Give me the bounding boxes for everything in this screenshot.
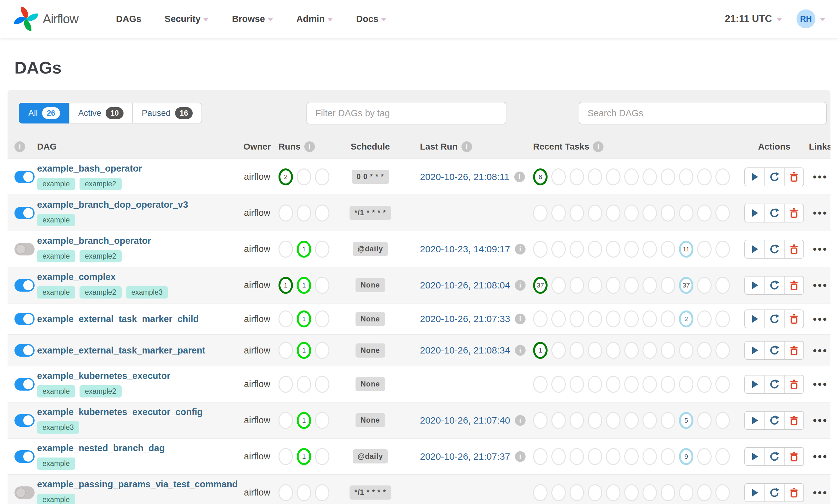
trigger-dag-button[interactable] bbox=[745, 204, 764, 222]
delete-dag-button[interactable] bbox=[784, 310, 803, 328]
pause-toggle[interactable] bbox=[15, 207, 35, 219]
links-menu[interactable]: ••• bbox=[813, 279, 828, 291]
last-run-link[interactable]: 2020-10-26, 21:08:04 bbox=[420, 280, 510, 291]
dag-link[interactable]: example_branch_operator bbox=[37, 236, 151, 246]
task-status-circle[interactable]: 9 bbox=[679, 448, 693, 465]
info-icon[interactable]: i bbox=[515, 415, 525, 426]
info-icon[interactable]: i bbox=[515, 451, 525, 462]
dag-tag[interactable]: example bbox=[37, 178, 75, 190]
tab-paused[interactable]: Paused 16 bbox=[132, 103, 202, 124]
refresh-dag-button[interactable] bbox=[764, 376, 784, 393]
refresh-dag-button[interactable] bbox=[764, 168, 784, 186]
delete-dag-button[interactable] bbox=[784, 484, 803, 502]
trigger-dag-button[interactable] bbox=[745, 342, 764, 359]
links-menu[interactable]: ••• bbox=[813, 243, 828, 255]
last-run-link[interactable]: 2020-10-23, 14:09:17 bbox=[420, 244, 510, 254]
task-status-circle[interactable]: 1 bbox=[533, 342, 548, 359]
run-status-circle[interactable]: 2 bbox=[279, 168, 293, 185]
tag-filter-input[interactable] bbox=[306, 102, 506, 124]
trigger-dag-button[interactable] bbox=[745, 310, 764, 328]
refresh-dag-button[interactable] bbox=[764, 276, 784, 294]
refresh-dag-button[interactable] bbox=[764, 412, 784, 429]
info-icon[interactable]: i bbox=[514, 172, 525, 182]
links-menu[interactable]: ••• bbox=[813, 486, 828, 498]
nav-item-security[interactable]: Security bbox=[165, 14, 209, 24]
dag-link[interactable]: example_external_task_marker_parent bbox=[37, 345, 205, 356]
last-run-link[interactable]: 2020-10-26, 21:07:37 bbox=[420, 451, 510, 462]
trigger-dag-button[interactable] bbox=[745, 448, 764, 465]
search-input[interactable] bbox=[579, 102, 827, 124]
pause-toggle[interactable] bbox=[15, 486, 35, 499]
links-menu[interactable]: ••• bbox=[813, 344, 828, 356]
trigger-dag-button[interactable] bbox=[745, 168, 764, 186]
info-icon[interactable]: i bbox=[304, 141, 315, 152]
tab-all[interactable]: All 26 bbox=[19, 103, 70, 124]
refresh-dag-button[interactable] bbox=[764, 342, 784, 359]
links-menu[interactable]: ••• bbox=[813, 170, 828, 183]
pause-toggle[interactable] bbox=[15, 344, 35, 357]
dag-link[interactable]: example_external_task_marker_child bbox=[37, 314, 199, 324]
refresh-dag-button[interactable] bbox=[764, 310, 784, 328]
delete-dag-button[interactable] bbox=[784, 342, 803, 359]
delete-dag-button[interactable] bbox=[784, 168, 803, 186]
delete-dag-button[interactable] bbox=[784, 204, 803, 222]
task-status-circle[interactable]: 37 bbox=[679, 277, 693, 294]
run-status-circle[interactable]: 1 bbox=[297, 342, 311, 359]
timezone-dropdown[interactable]: 21:11 UTC bbox=[725, 13, 782, 24]
info-icon[interactable]: i bbox=[461, 141, 472, 152]
run-status-circle[interactable]: 1 bbox=[297, 310, 311, 327]
tab-active[interactable]: Active 10 bbox=[69, 103, 133, 124]
dag-link[interactable]: example_kubernetes_executor_config bbox=[37, 407, 203, 417]
run-status-circle[interactable]: 1 bbox=[297, 448, 311, 465]
trigger-dag-button[interactable] bbox=[745, 484, 764, 502]
task-status-circle[interactable]: 5 bbox=[679, 412, 693, 429]
links-menu[interactable]: ••• bbox=[813, 207, 828, 219]
dag-tag[interactable]: example3 bbox=[37, 421, 79, 434]
pause-toggle[interactable] bbox=[15, 378, 35, 391]
nav-item-docs[interactable]: Docs bbox=[356, 14, 387, 24]
dag-tag[interactable]: example3 bbox=[126, 286, 168, 299]
delete-dag-button[interactable] bbox=[784, 240, 803, 258]
trigger-dag-button[interactable] bbox=[745, 276, 764, 294]
task-status-circle[interactable]: 11 bbox=[679, 241, 693, 258]
dag-link[interactable]: example_branch_dop_operator_v3 bbox=[37, 199, 188, 210]
info-icon[interactable]: i bbox=[515, 313, 525, 324]
task-status-circle[interactable]: 2 bbox=[679, 310, 693, 327]
links-menu[interactable]: ••• bbox=[813, 313, 828, 325]
trigger-dag-button[interactable] bbox=[745, 240, 764, 258]
last-run-link[interactable]: 2020-10-26, 21:07:33 bbox=[420, 313, 510, 324]
pause-toggle[interactable] bbox=[15, 170, 35, 183]
links-menu[interactable]: ••• bbox=[813, 414, 828, 426]
nav-item-dags[interactable]: DAGs bbox=[116, 14, 141, 24]
nav-item-browse[interactable]: Browse bbox=[232, 14, 273, 24]
info-icon[interactable]: i bbox=[15, 141, 25, 152]
pause-toggle[interactable] bbox=[15, 450, 35, 463]
run-status-circle[interactable]: 1 bbox=[279, 277, 293, 294]
info-icon[interactable]: i bbox=[515, 244, 525, 254]
run-status-circle[interactable]: 1 bbox=[297, 277, 311, 294]
pause-toggle[interactable] bbox=[15, 279, 35, 292]
refresh-dag-button[interactable] bbox=[764, 448, 784, 465]
delete-dag-button[interactable] bbox=[784, 276, 803, 294]
dag-tag[interactable]: example2 bbox=[79, 250, 122, 263]
dag-link[interactable]: example_passing_params_via_test_command bbox=[37, 479, 238, 489]
pause-toggle[interactable] bbox=[15, 313, 35, 325]
dag-tag[interactable]: example bbox=[37, 385, 75, 397]
info-icon[interactable]: i bbox=[515, 345, 525, 356]
pause-toggle[interactable] bbox=[15, 243, 35, 255]
delete-dag-button[interactable] bbox=[784, 376, 803, 393]
user-menu[interactable]: RH bbox=[797, 10, 825, 28]
last-run-link[interactable]: 2020-10-26, 21:07:40 bbox=[420, 415, 510, 426]
dag-tag[interactable]: example2 bbox=[79, 178, 122, 190]
dag-link[interactable]: example_kubernetes_executor bbox=[37, 371, 171, 381]
info-icon[interactable]: i bbox=[593, 141, 604, 152]
dag-link[interactable]: example_complex bbox=[37, 272, 116, 282]
task-status-circle[interactable]: 6 bbox=[533, 168, 548, 185]
dag-tag[interactable]: example2 bbox=[79, 286, 122, 299]
run-status-circle[interactable]: 1 bbox=[297, 412, 311, 429]
links-menu[interactable]: ••• bbox=[813, 450, 828, 462]
dag-tag[interactable]: example bbox=[37, 286, 75, 299]
dag-tag[interactable]: example bbox=[37, 214, 75, 226]
info-icon[interactable]: i bbox=[515, 280, 525, 291]
dag-link[interactable]: example_bash_operator bbox=[37, 163, 142, 174]
